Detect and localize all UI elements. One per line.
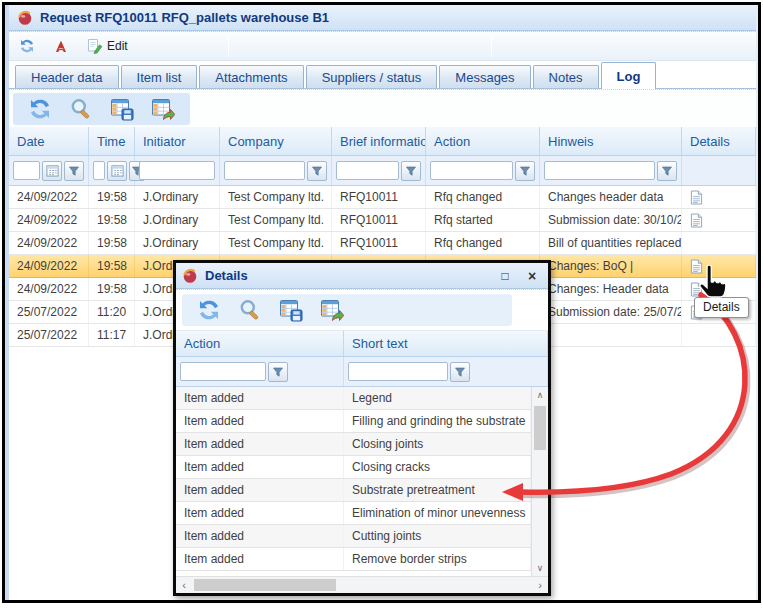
details-doc-icon[interactable] [690, 259, 703, 274]
table-row[interactable]: 24/09/2022 19:58 J.Ordinary Test Company… [9, 186, 756, 209]
brief-information-filter-input[interactable] [336, 161, 399, 180]
list-item[interactable]: Item added Filling and grinding the subs… [176, 410, 531, 433]
search-button[interactable] [68, 96, 94, 122]
tab-attachments[interactable]: Attachments [199, 65, 303, 88]
column-header-initiator[interactable]: Initiator [135, 127, 220, 155]
horizontal-scroll-track[interactable] [192, 577, 532, 593]
details-doc-icon[interactable] [690, 190, 703, 205]
details-doc-icon[interactable] [690, 213, 703, 228]
scroll-left-icon[interactable]: ‹ [176, 577, 192, 593]
vertical-scroll-thumb[interactable] [534, 406, 546, 450]
filter-cell-brief-information [332, 156, 426, 185]
cell-hinweis: Changes: Header data [540, 278, 682, 300]
cell-action: Item added [176, 456, 344, 478]
log-toolbar [9, 89, 756, 127]
scroll-up-icon[interactable]: ∧ [532, 387, 548, 403]
hinweis-filter-input[interactable] [544, 161, 655, 180]
table-save-icon [279, 298, 303, 322]
refresh-button[interactable] [27, 96, 53, 122]
vertical-scroll-track[interactable] [532, 403, 548, 560]
column-header-details[interactable]: Details [682, 127, 756, 155]
brief-information-filter-button[interactable] [401, 161, 421, 181]
initiator-filter-input[interactable] [139, 161, 215, 180]
search-button[interactable] [237, 297, 263, 323]
cell-hinweis: Submission date: 30/10/202 [540, 209, 682, 231]
app-icon [17, 10, 33, 26]
time-filter-input[interactable] [93, 161, 105, 180]
action-filter-button[interactable] [515, 161, 535, 181]
tab-suppliers-status[interactable]: Suppliers / status [306, 65, 438, 88]
export-open-button[interactable] [150, 96, 176, 122]
tab-header-data[interactable]: Header data [15, 65, 119, 88]
document-icon [690, 213, 703, 228]
date-filter-input[interactable] [13, 161, 40, 180]
short-text-filter-button[interactable] [450, 362, 470, 382]
cell-date: 25/07/2022 [9, 324, 89, 346]
company-filter-button[interactable] [307, 161, 327, 181]
refresh-button[interactable] [15, 36, 39, 56]
filter-funnel-icon [661, 165, 673, 177]
dialog-toolbar [176, 289, 548, 331]
column-header-hinweis[interactable]: Hinweis [540, 127, 682, 155]
cell-brief-information: RFQ10011 [332, 232, 426, 254]
column-header-action[interactable]: Action [176, 331, 344, 356]
short-text-filter-input[interactable] [348, 362, 448, 381]
table-row[interactable]: 24/09/2022 19:58 J.Ordinary Test Company… [9, 232, 756, 255]
list-item[interactable]: Item added Remove border strips [176, 548, 531, 571]
screenshot: Request RFQ10011 RFQ_pallets warehouse B… [0, 0, 763, 610]
action-filter-input[interactable] [180, 362, 266, 381]
cell-time: 19:58 [89, 232, 135, 254]
column-header-action[interactable]: Action [426, 127, 540, 155]
column-header-brief-information[interactable]: Brief information [332, 127, 426, 155]
cell-details [682, 255, 756, 277]
list-item[interactable]: Item added Legend [176, 387, 531, 410]
maximize-button[interactable]: □ [495, 267, 515, 285]
list-item[interactable]: Item added Closing joints [176, 433, 531, 456]
tab-notes[interactable]: Notes [533, 65, 599, 88]
horizontal-scroll-thumb[interactable] [194, 579, 336, 591]
close-button[interactable]: × [522, 267, 542, 285]
column-header-short-text[interactable]: Short text [344, 331, 548, 356]
calendar-icon [111, 164, 124, 177]
tab-log[interactable]: Log [601, 62, 657, 89]
column-header-date[interactable]: Date [9, 127, 89, 155]
cell-details [682, 232, 756, 254]
list-item[interactable]: Item added Elimination of minor unevenne… [176, 502, 531, 525]
table-row[interactable]: 24/09/2022 19:58 J.Ordinary Test Company… [9, 209, 756, 232]
pdf-export-button[interactable] [49, 36, 73, 56]
scroll-right-icon[interactable]: › [532, 577, 548, 593]
details-doc-icon[interactable] [690, 282, 703, 297]
action-filter-input[interactable] [430, 161, 513, 180]
list-item[interactable]: Item added Substrate pretreatment [176, 479, 531, 502]
action-filter-button[interactable] [268, 362, 288, 382]
filter-cell-time [89, 156, 135, 185]
export-open-button[interactable] [319, 297, 345, 323]
horizontal-scrollbar[interactable]: ‹ › [176, 576, 548, 593]
dialog-header-row: Action Short text [176, 331, 548, 357]
filter-cell-date [9, 156, 89, 185]
vertical-scrollbar[interactable]: ∧ ∨ [531, 387, 548, 576]
date-calendar-button[interactable] [42, 161, 62, 181]
list-item[interactable]: Item added Cutting joints [176, 525, 531, 548]
tab-messages[interactable]: Messages [439, 65, 530, 88]
export-save-button[interactable] [278, 297, 304, 323]
column-header-time[interactable]: Time [89, 127, 135, 155]
dialog-titlebar[interactable]: Details □ × [176, 263, 548, 289]
window-titlebar: Request RFQ10011 RFQ_pallets warehouse B… [9, 5, 756, 31]
hinweis-filter-button[interactable] [657, 161, 677, 181]
scroll-down-icon[interactable]: ∨ [532, 560, 548, 576]
company-filter-input[interactable] [224, 161, 305, 180]
time-calendar-button[interactable] [107, 161, 127, 181]
refresh-button[interactable] [196, 297, 222, 323]
tab-item-list[interactable]: Item list [121, 65, 198, 88]
cell-short-text: Closing joints [344, 433, 531, 455]
calendar-icon [46, 164, 59, 177]
edit-button[interactable]: Edit [83, 36, 132, 56]
list-item[interactable]: Item added Closing cracks [176, 456, 531, 479]
export-save-button[interactable] [109, 96, 135, 122]
cell-hinweis [540, 324, 682, 346]
column-header-company[interactable]: Company [220, 127, 332, 155]
date-filter-button[interactable] [64, 161, 84, 181]
cell-details [682, 209, 756, 231]
cell-date: 25/07/2022 [9, 301, 89, 323]
